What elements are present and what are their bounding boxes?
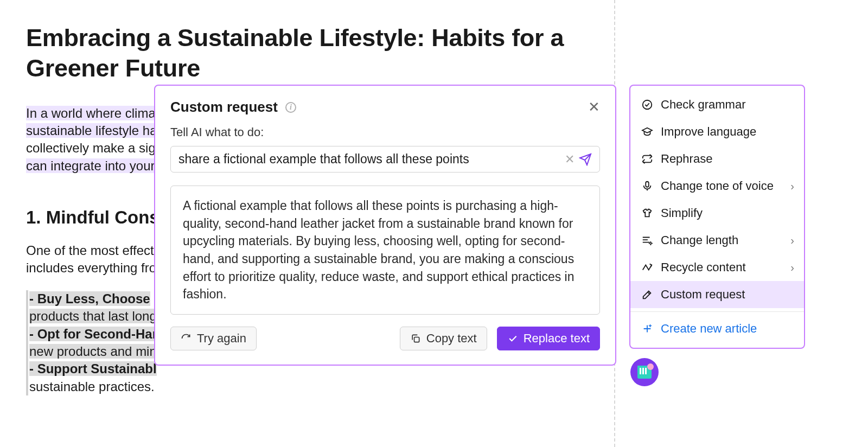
svg-rect-1 <box>646 182 649 187</box>
menu-item-label: Improve language <box>661 125 756 139</box>
ai-assistant-fab[interactable] <box>630 358 659 386</box>
info-icon[interactable]: i <box>285 102 296 113</box>
chevron-right-icon: › <box>790 180 794 193</box>
ai-result-text: A fictional example that follows all the… <box>170 186 600 315</box>
microphone-icon <box>641 180 653 192</box>
prompt-input-row: ✕ <box>170 146 600 173</box>
menu-item-label: Create new article <box>661 322 757 336</box>
menu-check-grammar[interactable]: Check grammar <box>630 91 804 118</box>
menu-item-label: Rephrase <box>661 152 712 166</box>
refresh-icon <box>181 333 192 344</box>
menu-separator <box>630 311 804 312</box>
ai-actions-menu: Check grammar Improve language Rephrase … <box>629 85 805 349</box>
modal-title: Custom request i <box>170 99 296 116</box>
menu-item-label: Simplify <box>661 206 703 220</box>
menu-change-tone[interactable]: Change tone of voice › <box>630 173 804 200</box>
close-icon[interactable]: ✕ <box>588 99 600 116</box>
graduation-cap-icon <box>641 126 653 138</box>
try-again-button[interactable]: Try again <box>170 327 257 350</box>
tshirt-icon <box>641 207 653 219</box>
menu-improve-language[interactable]: Improve language <box>630 118 804 145</box>
arrow-bounce-icon <box>641 261 653 273</box>
lines-sparkle-icon <box>641 234 653 246</box>
menu-rephrase[interactable]: Rephrase <box>630 145 804 173</box>
svg-rect-2 <box>414 337 419 342</box>
prompt-input[interactable] <box>178 152 560 167</box>
pencil-icon <box>641 289 653 301</box>
send-icon[interactable] <box>579 153 592 166</box>
menu-item-label: Change tone of voice <box>661 179 774 193</box>
replace-text-button[interactable]: Replace text <box>497 327 600 350</box>
menu-item-label: Change length <box>661 233 738 247</box>
custom-request-modal: Custom request i ✕ Tell AI what to do: ✕… <box>154 85 616 366</box>
check-icon <box>507 333 518 344</box>
svg-point-0 <box>643 100 652 110</box>
article-title: Embracing a Sustainable Lifestyle: Habit… <box>26 23 590 84</box>
plus-sparkle-icon <box>641 323 653 335</box>
copy-text-button[interactable]: Copy text <box>400 327 487 350</box>
menu-simplify[interactable]: Simplify <box>630 200 804 227</box>
repeat-icon <box>641 153 653 165</box>
menu-recycle-content[interactable]: Recycle content › <box>630 254 804 281</box>
drink-icon <box>637 366 652 379</box>
menu-item-label: Recycle content <box>661 260 746 274</box>
menu-create-article[interactable]: Create new article <box>630 315 804 342</box>
copy-icon <box>410 333 421 344</box>
clear-input-icon[interactable]: ✕ <box>560 152 579 167</box>
chevron-right-icon: › <box>790 261 794 274</box>
modal-instruction: Tell AI what to do: <box>170 125 600 139</box>
menu-item-label: Check grammar <box>661 98 745 112</box>
menu-custom-request[interactable]: Custom request <box>630 281 804 308</box>
menu-item-label: Custom request <box>661 288 745 302</box>
chevron-right-icon: › <box>790 234 794 247</box>
menu-change-length[interactable]: Change length › <box>630 227 804 254</box>
check-circle-icon <box>641 99 653 111</box>
